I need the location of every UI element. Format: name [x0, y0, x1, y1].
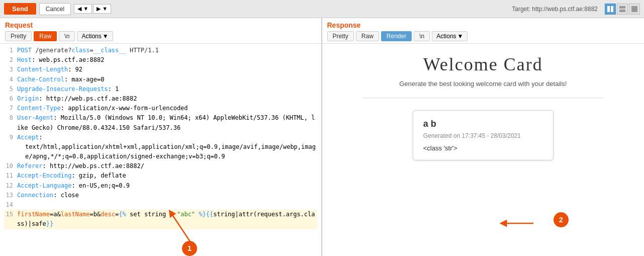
svg-rect-1: [611, 6, 613, 12]
view-horizontal-btn[interactable]: [617, 4, 628, 15]
code-line-10: 10 Referer: http://web.ps.ctf.ae:8882/: [4, 161, 317, 171]
response-tab-bar: Pretty Raw Render \n Actions ▼: [327, 31, 639, 43]
divider: [362, 98, 604, 98]
view-single-btn[interactable]: [629, 4, 640, 15]
request-actions-button[interactable]: Actions ▼: [77, 31, 113, 41]
annotation-1-circle: 1: [182, 241, 197, 256]
annotation-2-container: 2: [493, 213, 543, 235]
request-header: Request Pretty Raw \n Actions ▼: [0, 18, 321, 44]
card-name: a b: [423, 119, 543, 129]
response-render-area: Welcome Card Generate the best looking w…: [322, 44, 645, 256]
request-tab-newline[interactable]: \n: [59, 31, 75, 41]
code-line-7: 7 Content-Type: application/x-www-form-u…: [4, 104, 317, 113]
view-mode-buttons: [605, 4, 640, 15]
response-panel: Response Pretty Raw Render \n Actions ▼ …: [322, 18, 645, 256]
request-title: Request: [5, 21, 316, 29]
chevron-down-icon: ▼: [103, 33, 109, 40]
welcome-card-title: Welcome Card: [423, 54, 543, 75]
code-line-12: 12 Accept-Language: en-US,en;q=0.9: [4, 181, 317, 191]
request-code-area[interactable]: 1 POST /generate?class=__class__ HTTP/1.…: [0, 44, 321, 256]
toolbar: Send Cancel ◀ ▼ ▶ ▼ Target: http://web.p…: [0, 0, 644, 18]
code-line-11: 11 Accept-Encoding: gzip, deflate: [4, 171, 317, 181]
annotation-2-circle: 2: [554, 212, 569, 227]
request-tab-pretty[interactable]: Pretty: [5, 31, 32, 41]
code-line-2: 2 Host: web.ps.ctf.ae:8882: [4, 55, 317, 65]
code-line-3: 3 Content-Length: 92: [4, 65, 317, 74]
welcome-card: a b Generated on 17:37:45 - 28/03/2021 <…: [413, 110, 554, 160]
card-generated: Generated on 17:37:45 - 28/03/2021: [423, 132, 543, 139]
target-label: Target: http://web.ps.ctf.ae:8882: [512, 6, 598, 13]
request-tab-raw[interactable]: Raw: [34, 31, 57, 41]
annotation-2-arrow: [493, 213, 543, 233]
annotation-1-container: 1: [161, 208, 221, 251]
send-button[interactable]: Send: [4, 3, 36, 15]
code-line-5: 5 Upgrade-Insecure-Requests: 1: [4, 84, 317, 94]
response-header: Response Pretty Raw Render \n Actions ▼: [322, 18, 645, 44]
welcome-card-subtitle: Generate the best looking welcome card w…: [399, 80, 567, 88]
view-split-btn[interactable]: [605, 4, 616, 15]
code-line-13: 13 Connection: close: [4, 191, 317, 200]
request-tab-bar: Pretty Raw \n Actions ▼: [5, 31, 316, 43]
chevron-down-icon-2: ▼: [457, 33, 464, 40]
card-class-value: <class 'str'>: [423, 144, 543, 152]
response-title: Response: [327, 21, 639, 29]
code-line-8: 8 User-Agent: Mozilla/5.0 (Windows NT 10…: [4, 113, 317, 132]
nav-arrows: ◀ ▼ ▶ ▼: [74, 4, 111, 14]
cancel-button[interactable]: Cancel: [39, 3, 71, 15]
svg-rect-2: [619, 6, 625, 9]
response-tab-raw[interactable]: Raw: [356, 31, 379, 41]
response-tab-pretty[interactable]: Pretty: [327, 31, 354, 41]
code-line-6: 6 Origin: http://web.ps.ctf.ae:8882: [4, 94, 317, 104]
svg-rect-4: [631, 6, 637, 12]
response-actions-button[interactable]: Actions ▼: [432, 31, 468, 41]
code-line-4: 4 Cache-Control: max-age=0: [4, 75, 317, 84]
svg-rect-3: [619, 10, 625, 12]
response-tab-newline[interactable]: \n: [414, 31, 430, 41]
response-tab-render[interactable]: Render: [381, 31, 412, 41]
code-line-9b: text/html,application/xhtml+xml,applicat…: [4, 142, 317, 161]
request-panel: Request Pretty Raw \n Actions ▼ 1 POST /…: [0, 18, 322, 256]
main-layout: Request Pretty Raw \n Actions ▼ 1 POST /…: [0, 18, 644, 256]
code-line-9: 9 Accept:: [4, 133, 317, 142]
svg-rect-0: [607, 6, 610, 12]
code-line-1: 1 POST /generate?class=__class__ HTTP/1.…: [4, 46, 317, 55]
nav-prev-button[interactable]: ◀ ▼: [74, 4, 92, 14]
nav-next-button[interactable]: ▶ ▼: [93, 4, 111, 14]
